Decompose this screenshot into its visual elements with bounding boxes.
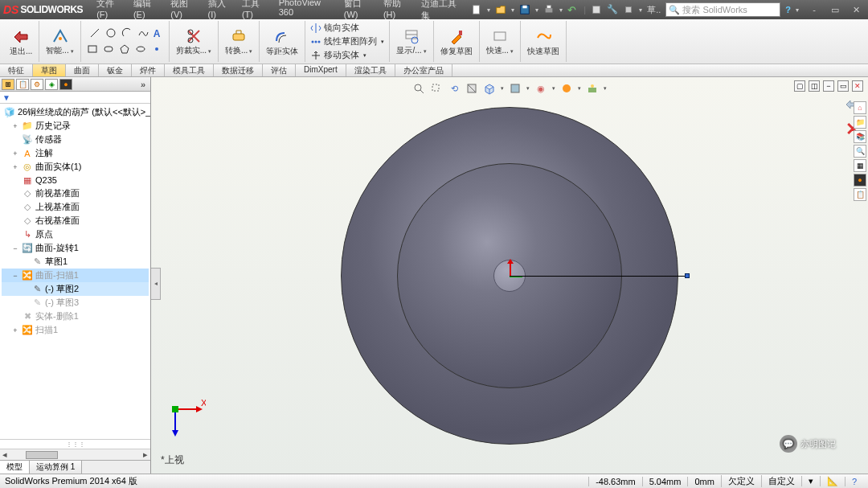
tab-dimxpert[interactable]: DimXpert (296, 64, 346, 76)
trim-button[interactable]: 剪裁实... (174, 27, 213, 56)
save-icon[interactable] (519, 4, 530, 15)
move-button[interactable]: 移动实体▾ (310, 49, 384, 61)
tree-delete[interactable]: ✖实体-删除1 (2, 310, 149, 323)
tree-revolve[interactable]: −🔄曲面-旋转1 (2, 241, 149, 255)
exit-sketch-button[interactable]: 退出... (8, 27, 34, 56)
taskpane-properties[interactable]: 📋 (854, 188, 866, 201)
offset-button[interactable]: 等距实体 (264, 27, 300, 56)
tab-sketch[interactable]: 草图 (33, 64, 66, 76)
fm-tab-render[interactable]: ● (59, 79, 72, 90)
polygon-icon[interactable] (119, 43, 130, 56)
section-view-icon[interactable] (465, 82, 478, 95)
hide-show-icon[interactable]: ◉ (534, 82, 547, 95)
graphics-viewport[interactable]: ◂ ⟲ ▾ ▾ ◉ ▾ ▾ ▾ ▢ ◫ − ▭ ✕ ✕ (151, 77, 868, 474)
settings-icon[interactable] (623, 4, 634, 15)
dropdown-icon[interactable]: ▾ (796, 6, 799, 14)
linear-pattern-button[interactable]: 线性草图阵列▾ (310, 35, 384, 47)
status-help[interactable]: ? (845, 477, 863, 486)
tree-sketch2[interactable]: ✎(-) 草图2 (2, 282, 149, 296)
dropdown-icon[interactable]: ▾ (487, 6, 490, 14)
taskpane-library[interactable]: 📚 (854, 130, 866, 143)
fm-tab-property[interactable]: 📋 (16, 79, 29, 90)
rapid-button[interactable]: 快速... (485, 27, 515, 56)
panel-collapse-handle[interactable]: ◂ (151, 268, 161, 300)
rapid-sketch-button[interactable]: 快速草图 (526, 27, 561, 56)
status-drop[interactable]: ▾ (801, 476, 820, 486)
tab-motion[interactable]: 运动算例 1 (30, 461, 82, 474)
tab-data[interactable]: 数据迁移 (214, 64, 263, 76)
menu-help[interactable]: 帮助(H) (379, 0, 416, 23)
text-icon[interactable]: A (154, 28, 161, 39)
rebuild-icon[interactable]: 🔧 (607, 4, 618, 15)
tree-annotations[interactable]: +A注解 (2, 146, 149, 160)
options-icon[interactable] (591, 4, 602, 15)
tree-root[interactable]: 🧊26铜丝绕成的葫芦 (默认<<默认>_显示 (2, 105, 149, 119)
rectangle-icon[interactable] (87, 43, 98, 56)
view-orient-icon[interactable] (483, 82, 496, 95)
search-box[interactable]: 🔍 搜索 SolidWorks (665, 2, 780, 17)
tab-model[interactable]: 模型 (0, 461, 30, 474)
menu-photoview[interactable]: PhotoView 360 (275, 0, 338, 23)
vp-min[interactable]: − (823, 80, 834, 92)
taskpane-explorer[interactable]: 🔍 (854, 145, 866, 158)
display-style-icon[interactable] (509, 82, 522, 95)
vp-layout1[interactable]: ▢ (794, 80, 805, 92)
qat-text[interactable]: 草.. (647, 4, 661, 16)
menu-maidi[interactable]: 迈迪工具集 (417, 0, 467, 23)
smart-dimension-button[interactable]: 智能... (44, 27, 75, 56)
zoom-area-icon[interactable] (430, 82, 443, 95)
taskpane-home[interactable]: ⌂ (854, 101, 866, 114)
menu-file[interactable]: 文件(F) (92, 0, 128, 23)
appearance-icon[interactable] (560, 82, 573, 95)
tab-features[interactable]: 特征 (0, 64, 33, 76)
dropdown-icon[interactable]: ▾ (511, 6, 514, 14)
tree-surface-body[interactable]: +◎曲面实体(1) (2, 160, 149, 174)
taskpane-resources[interactable]: 📁 (854, 116, 866, 129)
fm-tab-config[interactable]: ⚙ (31, 79, 43, 90)
tree-sweep[interactable]: −🔀曲面-扫描1 (2, 269, 149, 282)
tab-mold[interactable]: 模具工具 (165, 64, 214, 76)
print-icon[interactable] (543, 4, 555, 15)
tree-sensors[interactable]: 📡传感器 (2, 133, 149, 146)
tree-origin[interactable]: ↳原点 (2, 228, 149, 241)
new-icon[interactable] (471, 4, 482, 15)
ellipse-icon[interactable] (135, 43, 146, 56)
vp-max[interactable]: ▭ (837, 80, 849, 92)
repair-sketch-button[interactable]: 修复草图 (439, 27, 474, 56)
zoom-fit-icon[interactable] (412, 82, 425, 95)
tree-sketch3[interactable]: ✎(-) 草图3 (2, 296, 149, 310)
tree-sketch1[interactable]: ✎草图1 (2, 255, 149, 269)
status-edit[interactable]: 自定义 (761, 475, 801, 487)
tree-history[interactable]: +📁历史记录 (2, 119, 149, 133)
dropdown-icon[interactable]: ▾ (639, 6, 642, 14)
menu-insert[interactable]: 插入(I) (204, 0, 236, 23)
menu-edit[interactable]: 编辑(E) (129, 0, 165, 23)
tab-weldments[interactable]: 焊件 (132, 64, 165, 76)
tree-material[interactable]: ▦Q235 (2, 174, 149, 187)
menu-view[interactable]: 视图(V) (166, 0, 202, 23)
undo-icon[interactable]: ↶ (567, 4, 579, 15)
tab-office[interactable]: 办公室产品 (395, 64, 452, 76)
fm-tab-tree[interactable]: 🗏 (2, 79, 14, 90)
tree-sweep2[interactable]: +🔀扫描1 (2, 323, 149, 337)
filter-icon[interactable]: ▼ (2, 93, 10, 102)
tab-evaluate[interactable]: 评估 (263, 64, 296, 76)
status-unit[interactable]: 📐 (820, 476, 845, 486)
slot-icon[interactable] (103, 43, 114, 56)
fm-flyout[interactable]: » (137, 80, 149, 89)
vp-layout2[interactable]: ◫ (809, 80, 820, 92)
help-icon[interactable]: ? (785, 5, 791, 14)
circle-icon[interactable] (105, 27, 117, 40)
tree-hscroll[interactable]: ◂▸ (0, 449, 150, 460)
line-icon[interactable] (89, 27, 100, 40)
dropdown-icon[interactable]: ▾ (535, 6, 538, 14)
tree-top-plane[interactable]: ◇上视基准面 (2, 200, 149, 214)
restore-button[interactable]: ▭ (826, 5, 844, 15)
dropdown-icon[interactable]: ▾ (559, 6, 563, 14)
convert-button[interactable]: 转换... (223, 27, 254, 56)
display-button[interactable]: 显示/... (395, 27, 428, 56)
sketch-line[interactable] (510, 276, 688, 277)
mirror-button[interactable]: 镜向实体 (310, 22, 384, 34)
fm-tab-dim[interactable]: ◈ (45, 79, 58, 90)
tab-surfaces[interactable]: 曲面 (66, 64, 99, 76)
